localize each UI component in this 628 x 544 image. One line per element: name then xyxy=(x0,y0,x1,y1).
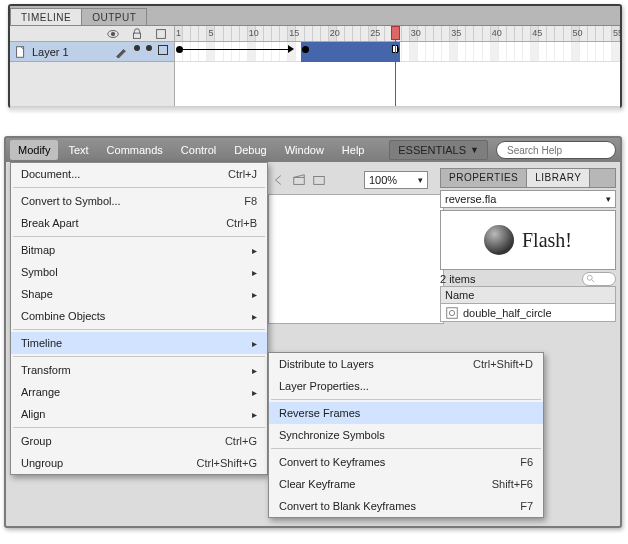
layer-visible-dot[interactable] xyxy=(134,45,140,51)
timeline-tabstrip: TIMELINE OUTPUT xyxy=(10,6,620,26)
workspace-switcher[interactable]: ESSENTIALS▼ xyxy=(389,140,488,160)
layer-row[interactable]: Layer 1 xyxy=(10,42,174,62)
graphic-symbol-icon xyxy=(445,306,459,320)
menuitem-synchronize-symbols[interactable]: Synchronize Symbols xyxy=(269,424,543,446)
library-file-select[interactable]: reverse.fla xyxy=(440,190,616,208)
menuitem-convert-to-symbol[interactable]: Convert to Symbol...F8 xyxy=(11,190,267,212)
svg-point-10 xyxy=(449,310,454,315)
menuitem-document[interactable]: Document...Ctrl+J xyxy=(11,163,267,185)
tab-properties[interactable]: PROPERTIES xyxy=(441,169,527,187)
svg-rect-9 xyxy=(447,307,458,318)
search-icon xyxy=(586,274,596,284)
menuitem-transform[interactable]: Transform xyxy=(11,359,267,381)
menuitem-distribute-to-layers[interactable]: Distribute to LayersCtrl+Shift+D xyxy=(269,353,543,375)
layer-page-icon xyxy=(14,45,28,59)
timeline-panel: TIMELINE OUTPUT Layer 1 xyxy=(8,4,622,108)
tab-output[interactable]: OUTPUT xyxy=(81,8,147,25)
preview-label: Flash! xyxy=(522,229,572,252)
modify-menu: Document...Ctrl+JConvert to Symbol...F8B… xyxy=(10,162,268,475)
timeline-submenu: Distribute to LayersCtrl+Shift+DLayer Pr… xyxy=(268,352,544,518)
frame-selection[interactable] xyxy=(301,42,400,62)
menuitem-convert-to-blank-keyframes[interactable]: Convert to Blank KeyframesF7 xyxy=(269,495,543,517)
frames-area[interactable] xyxy=(175,26,620,106)
help-search[interactable] xyxy=(496,141,616,159)
menuitem-convert-to-keyframes[interactable]: Convert to KeyframesF6 xyxy=(269,451,543,473)
menubar: ModifyTextCommandsControlDebugWindowHelp… xyxy=(6,138,620,162)
pencil-icon[interactable] xyxy=(114,45,128,59)
keyframe[interactable] xyxy=(302,46,309,53)
edit-toolbar: 100% xyxy=(268,168,436,192)
scene-icon[interactable] xyxy=(312,173,326,187)
menuitem-align[interactable]: Align xyxy=(11,403,267,425)
lock-icon[interactable] xyxy=(130,27,144,41)
preview-sphere-icon xyxy=(484,225,514,255)
outline-icon[interactable] xyxy=(154,27,168,41)
menuitem-reverse-frames[interactable]: Reverse Frames xyxy=(269,402,543,424)
svg-rect-3 xyxy=(157,29,166,38)
tab-timeline[interactable]: TIMELINE xyxy=(10,8,82,25)
menuitem-clear-keyframe[interactable]: Clear KeyframeShift+F6 xyxy=(269,473,543,495)
svg-point-1 xyxy=(111,32,115,36)
menuitem-arrange[interactable]: Arrange xyxy=(11,381,267,403)
menu-help[interactable]: Help xyxy=(334,140,373,160)
svg-rect-2 xyxy=(134,33,141,38)
stage-canvas[interactable] xyxy=(268,194,444,324)
library-column-header[interactable]: Name xyxy=(440,286,616,304)
library-preview: Flash! xyxy=(440,210,616,270)
layer-list: Layer 1 xyxy=(10,26,175,106)
menu-debug[interactable]: Debug xyxy=(226,140,274,160)
zoom-select[interactable]: 100% xyxy=(364,171,428,189)
menuitem-bitmap[interactable]: Bitmap xyxy=(11,239,267,261)
layer-outline-box[interactable] xyxy=(158,45,168,55)
menuitem-break-apart[interactable]: Break ApartCtrl+B xyxy=(11,212,267,234)
svg-rect-6 xyxy=(294,177,305,184)
library-item[interactable]: double_half_circle xyxy=(440,304,616,322)
svg-rect-7 xyxy=(314,177,325,185)
keyframe[interactable] xyxy=(176,46,183,53)
menu-control[interactable]: Control xyxy=(173,140,224,160)
svg-point-8 xyxy=(587,275,592,280)
eye-icon[interactable] xyxy=(106,27,120,41)
library-search[interactable] xyxy=(582,272,616,286)
layer-lock-dot[interactable] xyxy=(146,45,152,51)
menuitem-combine-objects[interactable]: Combine Objects xyxy=(11,305,267,327)
tab-library[interactable]: LIBRARY xyxy=(527,169,590,187)
menuitem-shape[interactable]: Shape xyxy=(11,283,267,305)
menu-text[interactable]: Text xyxy=(60,140,96,160)
menuitem-group[interactable]: GroupCtrl+G xyxy=(11,430,267,452)
menu-window[interactable]: Window xyxy=(277,140,332,160)
menuitem-symbol[interactable]: Symbol xyxy=(11,261,267,283)
library-panel: PROPERTIES LIBRARY reverse.fla Flash! 2 … xyxy=(440,168,616,322)
layer-name: Layer 1 xyxy=(32,46,69,58)
menuitem-timeline[interactable]: Timeline xyxy=(11,332,267,354)
clapper-icon[interactable] xyxy=(292,173,306,187)
library-item-count: 2 items xyxy=(440,273,475,285)
menuitem-ungroup[interactable]: UngroupCtrl+Shift+G xyxy=(11,452,267,474)
help-search-input[interactable] xyxy=(507,145,628,156)
menuitem-layer-properties[interactable]: Layer Properties... xyxy=(269,375,543,397)
main-window: ModifyTextCommandsControlDebugWindowHelp… xyxy=(4,136,622,528)
scene-back-icon[interactable] xyxy=(272,173,286,187)
library-item-name: double_half_circle xyxy=(463,307,552,319)
menu-modify[interactable]: Modify xyxy=(10,140,58,160)
menu-commands[interactable]: Commands xyxy=(99,140,171,160)
